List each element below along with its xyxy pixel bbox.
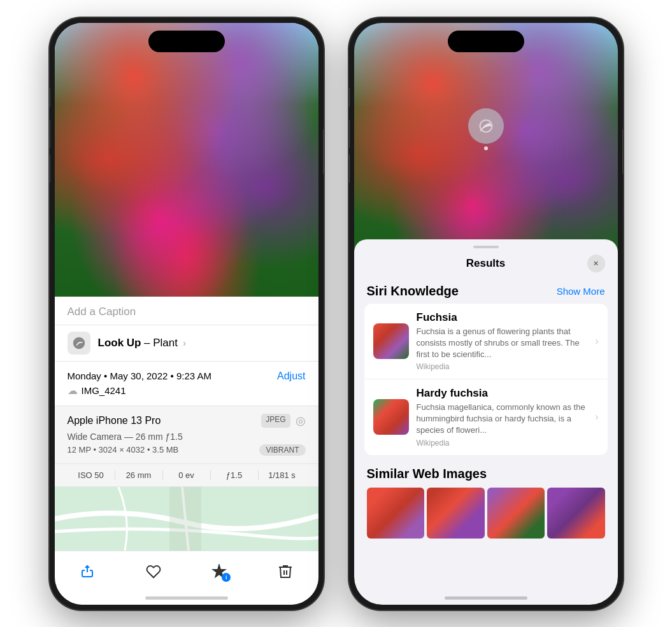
results-panel: Results × Siri Knowledge Show More [354, 239, 618, 605]
cloud-icon: ☁ [68, 384, 78, 397]
siri-dot [484, 146, 488, 150]
vibrant-badge: VIBRANT [259, 444, 305, 456]
share-icon [80, 564, 95, 579]
date-info: Monday • May 30, 2022 • 9:23 AM [68, 370, 211, 381]
location-icon: ◎ [296, 414, 306, 428]
dynamic-island-2 [448, 31, 524, 52]
trash-button[interactable] [271, 558, 299, 586]
info-badge: i [222, 573, 231, 582]
adjust-button[interactable]: Adjust [277, 370, 305, 382]
hardy-fuchsia-source: Wikipedia [417, 439, 590, 447]
fuchsia-thumb [373, 323, 409, 359]
info-section: Monday • May 30, 2022 • 9:23 AM Adjust ☁… [55, 362, 318, 406]
lookup-icon [68, 332, 90, 355]
flower-photo-2 [354, 23, 618, 265]
leaf-siri-icon [477, 117, 495, 135]
hardy-fuchsia-name: Hardy fuchsia [417, 387, 590, 400]
flower-photo[interactable] [55, 23, 318, 297]
similar-title: Similar Web Images [367, 467, 605, 481]
exif-row: ISO 50 26 mm 0 ev ƒ1.5 1/181 s [55, 464, 318, 487]
hardy-fuchsia-desc: Fuchsia magellanica, commonly known as t… [417, 402, 590, 437]
similar-img-4[interactable] [547, 488, 605, 539]
knowledge-item-fuchsia[interactable]: Fuchsia Fuchsia is a genus of flowering … [364, 304, 608, 380]
info-button[interactable]: i [205, 558, 233, 586]
exif-iso: ISO 50 [68, 470, 115, 480]
map-roads-svg [55, 487, 318, 551]
trash-icon [278, 564, 292, 579]
results-header: Results × [354, 248, 618, 280]
results-title: Results [385, 257, 587, 270]
similar-img-2[interactable] [427, 488, 485, 539]
fuchsia-source: Wikipedia [417, 362, 590, 371]
siri-knowledge-header: Siri Knowledge Show More [354, 280, 618, 304]
caption-placeholder[interactable]: Add a Caption [68, 306, 136, 318]
jpeg-badge: JPEG [261, 414, 290, 428]
knowledge-item-hardy-fuchsia[interactable]: Hardy fuchsia Fuchsia magellanica, commo… [364, 379, 608, 455]
heart-button[interactable] [139, 558, 168, 586]
lookup-chevron: › [183, 338, 186, 348]
lookup-row[interactable]: Look Up – Plant › [55, 325, 318, 362]
fuchsia-info: Fuchsia Fuchsia is a genus of flowering … [417, 311, 590, 372]
home-indicator-2 [445, 596, 527, 600]
close-button[interactable]: × [587, 255, 605, 272]
fuchsia-chevron: › [595, 335, 598, 347]
lookup-label: Look Up – Plant › [98, 337, 187, 349]
hardy-fuchsia-info: Hardy fuchsia Fuchsia magellanica, commo… [417, 387, 590, 447]
map-section[interactable] [55, 487, 318, 551]
file-specs: 12 MP • 3024 × 4032 • 3.5 MB [68, 445, 179, 454]
fuchsia-desc: Fuchsia is a genus of flowering plants t… [417, 326, 590, 361]
leaf-icon [72, 336, 86, 350]
similar-img-1[interactable] [367, 488, 425, 539]
phone2-screen: Results × Siri Knowledge Show More [354, 23, 618, 605]
exif-aperture: ƒ1.5 [211, 470, 259, 480]
home-indicator [145, 596, 228, 600]
exif-ev: 0 ev [163, 470, 211, 480]
show-more-button[interactable]: Show More [557, 286, 605, 297]
exif-focal: 26 mm [115, 470, 163, 480]
fuchsia-name: Fuchsia [417, 311, 590, 324]
filename: IMG_4241 [82, 385, 126, 396]
similar-section: Similar Web Images [354, 460, 618, 542]
svg-rect-1 [169, 487, 201, 551]
heart-icon [146, 564, 161, 579]
device-section: Apple iPhone 13 Pro JPEG ◎ Wide Camera —… [55, 406, 318, 464]
caption-area[interactable]: Add a Caption [55, 297, 318, 325]
siri-badge [468, 108, 504, 144]
filename-row: ☁ IMG_4241 [68, 384, 306, 397]
device-name: Apple iPhone 13 Pro [68, 415, 161, 426]
knowledge-card: Fuchsia Fuchsia is a genus of flowering … [364, 304, 608, 455]
phone-2: Results × Siri Knowledge Show More [349, 18, 623, 610]
exif-shutter: 1/181 s [259, 470, 306, 480]
share-button[interactable] [73, 558, 101, 586]
hardy-fuchsia-chevron: › [595, 411, 598, 423]
siri-knowledge-title: Siri Knowledge [367, 284, 459, 299]
phone1-screen: Add a Caption Look Up – Plant › [55, 23, 318, 605]
dynamic-island [148, 31, 225, 52]
phone-1: Add a Caption Look Up – Plant › [50, 18, 324, 610]
hardy-fuchsia-thumb [373, 399, 409, 435]
camera-specs: Wide Camera — 26 mm ƒ1.5 [68, 432, 306, 442]
similar-img-3[interactable] [487, 488, 545, 539]
similar-images-row [367, 488, 605, 539]
